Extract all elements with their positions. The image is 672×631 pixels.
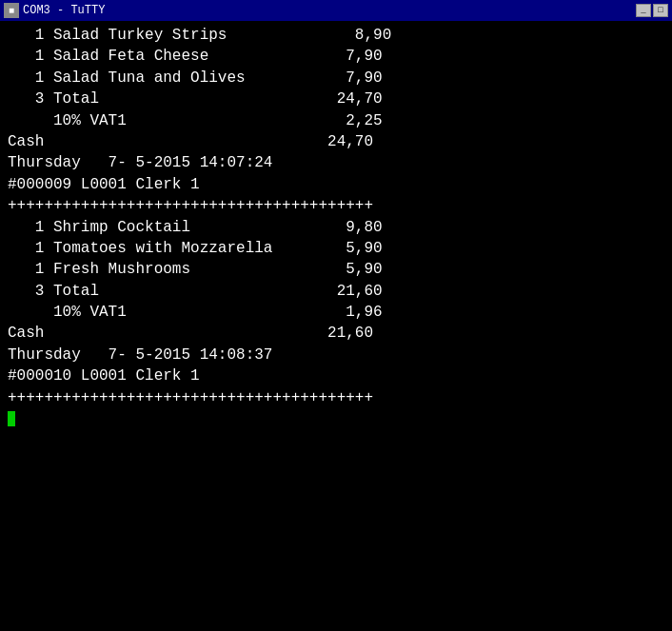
window-title: COM3 - TuTTY bbox=[23, 4, 105, 17]
terminal-output: 1 Salad Turkey Strips 8,90 1 Salad Feta … bbox=[0, 21, 672, 631]
minimize-button[interactable]: _ bbox=[636, 4, 651, 17]
maximize-button[interactable]: □ bbox=[653, 4, 668, 17]
window-icon: ■ bbox=[4, 3, 19, 18]
title-bar: ■ COM3 - TuTTY _ □ bbox=[0, 0, 672, 21]
terminal-cursor bbox=[8, 411, 15, 426]
